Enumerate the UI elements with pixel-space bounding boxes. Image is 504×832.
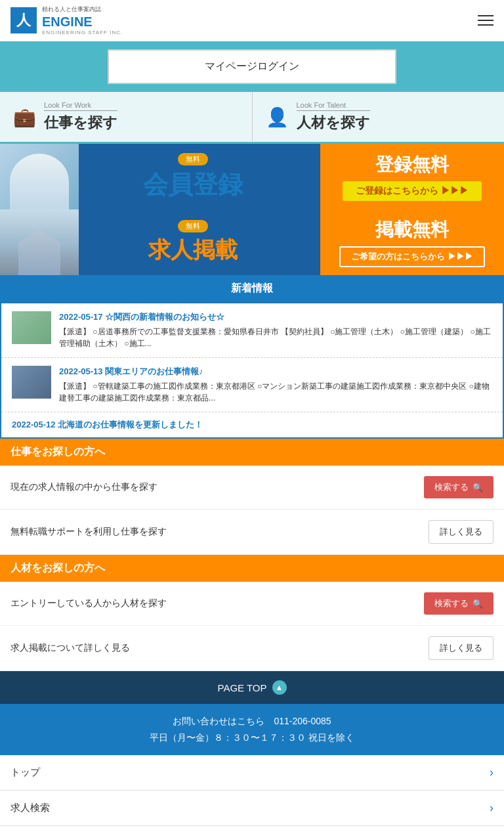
- nav-tabs: 💼 Look For Work 仕事を探す 👤 Look For Talent …: [0, 92, 504, 144]
- news-item-2: 2022-05-13 関東エリアのお仕事情報♪ 【派遣】 ○管轄建築工事の施工図…: [1, 358, 503, 412]
- talent-detail-button[interactable]: 詳しく見る: [429, 636, 494, 660]
- banner2-badge: 無料: [178, 220, 208, 232]
- tab-talent[interactable]: 👤 Look For Talent 人材を探す: [253, 92, 505, 142]
- news-header: 新着情報: [0, 275, 504, 302]
- footer-nav-item-0[interactable]: トップ›: [0, 755, 504, 791]
- work-search-text-1: 現在の求人情報の中から仕事を探す: [10, 481, 424, 493]
- footer-nav: トップ›求人検索›利用規約›よくある質問›求人掲載について›運営会社›: [0, 755, 504, 832]
- chevron-right-icon: ›: [490, 801, 494, 815]
- news-content: 2022-05-17 ☆関西の新着情報のお知らせ☆ 【派遣】 ○居道事務所での工…: [0, 302, 504, 439]
- banner1-right-title: 登録無料: [375, 152, 449, 177]
- news-date-2: 2022-05-13 関東エリアのお仕事情報♪: [59, 366, 492, 378]
- news-link-3[interactable]: 2022-05-12 北海道のお仕事情報を更新しました！: [12, 419, 203, 431]
- contact-line-2: 平日（月〜金）８：３０〜１７：３０ 祝日を除く: [9, 730, 495, 746]
- tab-talent-label-en: Look For Talent: [297, 101, 370, 111]
- banner2-building-image: [0, 209, 79, 275]
- news-section: 新着情報 2022-05-17 ☆関西の新着情報のお知らせ☆ 【派遣】 ○居道事…: [0, 275, 504, 439]
- talent-section-header: 人材をお探しの方へ: [0, 555, 504, 582]
- header: 人 頼れる人と仕事案内誌 ENGINE ENGINEERING STAFF IN…: [0, 0, 504, 41]
- news-thumb-1: [12, 311, 51, 344]
- banner2-right-title: 掲載無料: [375, 217, 449, 242]
- work-section: 仕事をお探しの方へ 現在の求人情報の中から仕事を探す 検索する 🔍 無料転職サポ…: [0, 439, 504, 555]
- work-search-row-1: 現在の求人情報の中から仕事を探す 検索する 🔍: [0, 466, 504, 510]
- talent-section: 人材をお探しの方へ エントリーしている人から人材を探す 検索する 🔍 求人掲載に…: [0, 555, 504, 671]
- contact-bar: お問い合わせはこちら 011-206-0085 平日（月〜金）８：３０〜１７：３…: [0, 704, 504, 755]
- banner-person-image: [0, 144, 79, 209]
- tab-work-label-ja: 仕事を探す: [44, 113, 117, 133]
- talent-search-btn-label-1: 検索する: [434, 598, 469, 609]
- banner-registration[interactable]: 無料 会員登録 登録無料 ご登録はこちらから ▶▶▶: [0, 144, 504, 209]
- logo: 人 頼れる人と仕事案内誌 ENGINE ENGINEERING STAFF IN…: [10, 5, 123, 35]
- news-text-1: 【派遣】 ○居道事務所での工事監督支援業務：愛知県春日井市 【契約社員】 ○施工…: [59, 326, 492, 349]
- banner2-main-text: 求人掲載: [148, 235, 238, 265]
- logo-small-text: 頼れる人と仕事案内誌: [42, 5, 123, 14]
- work-section-header: 仕事をお探しの方へ: [0, 439, 504, 466]
- work-search-btn-label-1: 検索する: [434, 481, 469, 493]
- talent-search-button-1[interactable]: 検索する 🔍: [424, 592, 494, 615]
- contact-line-1: お問い合わせはこちら 011-206-0085: [9, 713, 495, 730]
- banner-job-posting[interactable]: 無料 求人掲載 掲載無料 ご希望の方はこちらから ▶▶▶: [0, 209, 504, 275]
- chevron-right-icon: ›: [490, 766, 494, 779]
- page-top-arrow-icon: ▲: [272, 680, 287, 695]
- logo-icon: 人: [10, 7, 37, 33]
- news-date-1: 2022-05-17 ☆関西の新着情報のお知らせ☆: [59, 311, 492, 323]
- page-top-label: PAGE TOP: [217, 682, 266, 693]
- top-bar: マイページログイン: [0, 41, 504, 92]
- banner2-post-button[interactable]: ご希望の方はこちらから ▶▶▶: [339, 246, 485, 267]
- footer-nav-item-1[interactable]: 求人検索›: [0, 791, 504, 826]
- logo-main-text: ENGINE: [42, 14, 123, 30]
- work-detail-button[interactable]: 詳しく見る: [429, 520, 494, 544]
- hamburger-menu[interactable]: [478, 15, 494, 26]
- login-button[interactable]: マイページログイン: [108, 49, 396, 84]
- talent-search-row-1: エントリーしている人から人材を探す 検索する 🔍: [0, 582, 504, 626]
- search-icon-1: 🔍: [472, 483, 483, 493]
- banner1-badge: 無料: [178, 153, 208, 165]
- page-top-button[interactable]: PAGE TOP ▲: [0, 671, 504, 704]
- news-thumb-2: [12, 366, 51, 399]
- news-item-1: 2022-05-17 ☆関西の新着情報のお知らせ☆ 【派遣】 ○居道事務所での工…: [1, 303, 503, 358]
- tab-work-label-en: Look For Work: [44, 101, 117, 111]
- work-search-button-1[interactable]: 検索する 🔍: [424, 476, 494, 498]
- news-item-3[interactable]: 2022-05-12 北海道のお仕事情報を更新しました！: [1, 412, 503, 437]
- banner1-main-text: 会員登録: [143, 168, 243, 202]
- search-icon-2: 🔍: [472, 599, 483, 609]
- tab-work[interactable]: 💼 Look For Work 仕事を探す: [0, 92, 253, 142]
- talent-search-text-2: 求人掲載について詳しく見る: [10, 642, 429, 654]
- talent-search-text-1: エントリーしている人から人材を探す: [10, 598, 424, 609]
- talent-search-row-2: 求人掲載について詳しく見る 詳しく見る: [0, 626, 504, 671]
- tab-talent-label-ja: 人材を探す: [297, 113, 370, 133]
- work-search-text-2: 無料転職サポートを利用し仕事を探す: [10, 526, 429, 538]
- banner1-register-button[interactable]: ご登録はこちらから ▶▶▶: [343, 181, 482, 201]
- footer-nav-item-2[interactable]: 利用規約›: [0, 826, 504, 832]
- person-icon: 👤: [266, 106, 289, 128]
- briefcase-icon: 💼: [13, 106, 36, 128]
- news-text-2: 【派遣】 ○管轄建築工事の施工図作成業務：東京都港区 ○マンション新築工事の建築…: [59, 380, 492, 404]
- work-search-row-2: 無料転職サポートを利用し仕事を探す 詳しく見る: [0, 510, 504, 555]
- logo-sub-text: ENGINEERING STAFF INC.: [42, 30, 123, 35]
